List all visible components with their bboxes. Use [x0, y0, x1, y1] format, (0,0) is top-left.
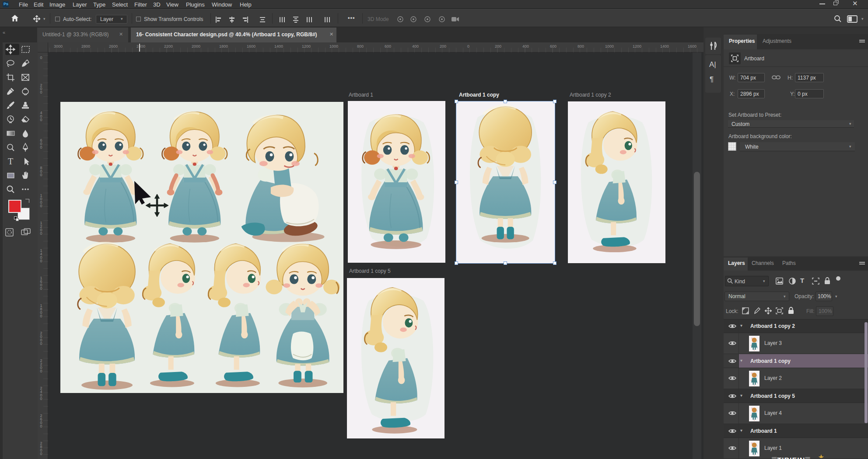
svg-text:T: T — [8, 156, 13, 166]
